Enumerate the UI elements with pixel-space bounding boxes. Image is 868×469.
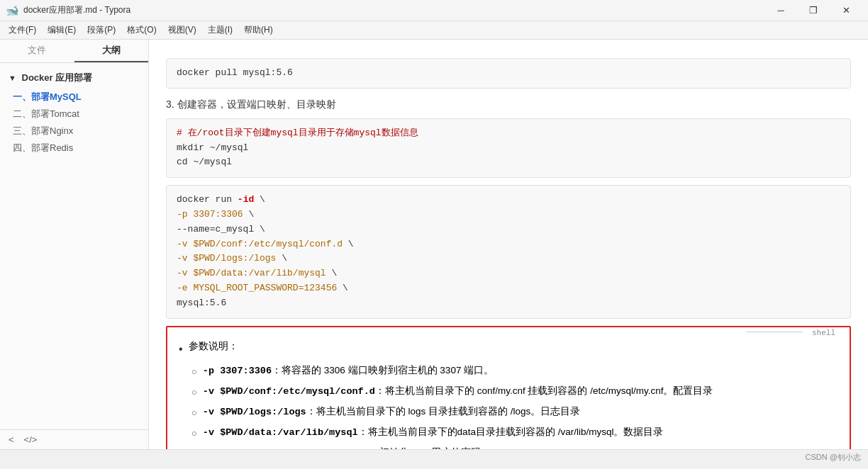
- step3-label: 3. 创建容器，设置端口映射、目录映射: [166, 98, 851, 111]
- menu-edit[interactable]: 编辑(E): [42, 23, 82, 38]
- collapse-icon: ▼: [9, 74, 16, 82]
- param-item-4: -v $PWD/data:/var/lib/mysql：将主机当前目录下的dat…: [191, 424, 838, 441]
- menu-paragraph[interactable]: 段落(P): [82, 23, 121, 38]
- close-button[interactable]: ✕: [830, 0, 862, 21]
- sidebar-bottom-prev[interactable]: <: [6, 433, 17, 446]
- param-item-3: -v $PWD/logs:/logs：将主机当前目录下的 logs 目录挂载到容…: [191, 404, 838, 421]
- params-box: shell 参数说明： -p 3307:3306：将容器的 3306 端口映射到…: [166, 326, 851, 449]
- tab-files[interactable]: 文件: [0, 40, 74, 62]
- sidebar-bottom: < </>: [0, 429, 148, 449]
- sidebar-item-tomcat[interactable]: 二、部署Tomcat: [0, 106, 148, 123]
- docker-run-block: docker run -id \ -p 3307:3306 \ --name=c…: [166, 185, 851, 318]
- title-bar-left: 🐋 docker应用部署.md - Typora: [6, 4, 130, 17]
- menu-view[interactable]: 视图(V): [162, 23, 202, 38]
- menu-file[interactable]: 文件(F): [3, 23, 42, 38]
- editor-area[interactable]: docker pull mysql:5.6 3. 创建容器，设置端口映射、目录映…: [149, 40, 868, 449]
- status-text: CSDN @钊小志: [806, 452, 861, 463]
- pull-command-block: docker pull mysql:5.6: [166, 58, 851, 89]
- sidebar-item-nginx[interactable]: 三、部署Nginx: [0, 123, 148, 140]
- title-bar-controls: ─ ❐ ✕: [764, 0, 862, 21]
- sidebar-content: ▼ Docker 应用部署 一、部署MySQL 二、部署Tomcat 三、部署N…: [0, 63, 148, 429]
- mkdir-block: # 在/root目录下创建mysql目录用于存储mysql数据信息 mkdir …: [166, 118, 851, 178]
- param-item-1: -p 3307:3306：将容器的 3306 端口映射到宿主机的 3307 端口…: [191, 363, 838, 380]
- menu-bar: 文件(F) 编辑(E) 段落(P) 格式(O) 视图(V) 主题(I) 帮助(H…: [0, 21, 868, 40]
- title-bar: 🐋 docker应用部署.md - Typora ─ ❐ ✕: [0, 0, 868, 21]
- sidebar-item-redis[interactable]: 四、部署Redis: [0, 140, 148, 157]
- sidebar-item-mysql[interactable]: 一、部署MySQL: [0, 89, 148, 106]
- param-item-2: -v $PWD/conf:/etc/mysql/conf.d：将主机当前目录下的…: [191, 383, 838, 400]
- param-item-5: -e MYSQL_ROOT_PASSWORD=123456：初始化 root 用…: [191, 445, 838, 449]
- sidebar-tabs: 文件 大纲: [0, 40, 148, 63]
- menu-format[interactable]: 格式(O): [121, 23, 162, 38]
- main-layout: 文件 大纲 ▼ Docker 应用部署 一、部署MySQL 二、部署Tomcat…: [0, 40, 868, 449]
- tab-outline[interactable]: 大纲: [74, 40, 149, 62]
- sidebar-bottom-next[interactable]: </>: [21, 433, 40, 446]
- minimize-button[interactable]: ─: [764, 0, 797, 21]
- window-title: docker应用部署.md - Typora: [23, 4, 130, 16]
- sidebar: 文件 大纲 ▼ Docker 应用部署 一、部署MySQL 二、部署Tomcat…: [0, 40, 149, 449]
- status-bar: CSDN @钊小志: [0, 449, 868, 465]
- params-sub-list: -p 3307:3306：将容器的 3306 端口映射到宿主机的 3307 端口…: [191, 363, 838, 449]
- menu-help[interactable]: 帮助(H): [238, 23, 279, 38]
- maximize-button[interactable]: ❐: [797, 0, 830, 21]
- params-header-item: 参数说明：: [179, 339, 838, 358]
- params-list: 参数说明：: [179, 339, 838, 358]
- shell-label: shell: [812, 329, 835, 337]
- menu-theme[interactable]: 主题(I): [202, 23, 238, 38]
- sidebar-section-header: ▼ Docker 应用部署: [0, 69, 148, 87]
- app-icon: 🐋: [6, 4, 19, 17]
